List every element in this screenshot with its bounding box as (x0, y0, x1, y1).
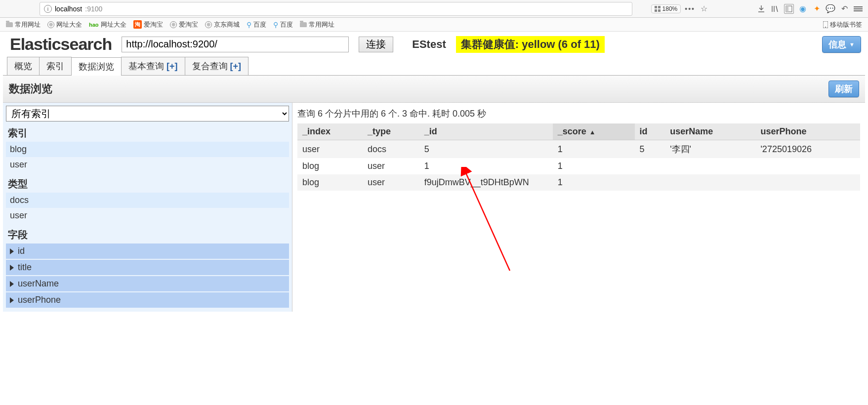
extension-icon-3[interactable]: 💬 (826, 4, 835, 14)
sort-asc-icon: ▲ (589, 128, 596, 136)
index-select[interactable]: 所有索引 (6, 106, 289, 122)
bookmark-item[interactable]: hao网址大全 (89, 20, 126, 29)
app-title: Elasticsearch (10, 35, 112, 54)
list-item[interactable]: title (6, 260, 289, 275)
query-summary: 查询 6 个分片中用的 6 个. 3 命中. 耗时 0.005 秒 (297, 106, 860, 123)
connection-url-input[interactable] (122, 37, 349, 52)
list-item[interactable]: id (6, 243, 289, 259)
tab-indices[interactable]: 索引 (39, 57, 72, 75)
table-row[interactable]: blog user 1 1 (297, 158, 860, 174)
folder-icon (6, 22, 13, 27)
svg-rect-2 (655, 9, 657, 12)
body: 所有索引 索引 blog user 类型 docs user 字段 id tit… (3, 103, 865, 312)
subheader: 数据浏览 刷新 (3, 76, 865, 103)
refresh-button[interactable]: 刷新 (828, 81, 859, 97)
extension-icon-4[interactable]: ↶ (839, 4, 849, 14)
list-item[interactable]: docs (6, 193, 289, 208)
col-username[interactable]: userName (665, 123, 755, 140)
app: Elasticsearch 连接 EStest 集群健康值: yellow (6… (0, 32, 868, 312)
url-port: :9100 (85, 5, 102, 13)
svg-rect-3 (658, 9, 661, 12)
caret-down-icon: ▼ (849, 41, 855, 47)
mobile-bookmarks[interactable]: 移动版书签 (823, 20, 862, 29)
extension-icon-2[interactable]: ✦ (812, 4, 822, 14)
page-title: 数据浏览 (9, 81, 52, 96)
chevron-right-icon (10, 297, 14, 303)
bookmark-item[interactable]: 淘爱淘宝 (133, 20, 163, 29)
bookmark-item[interactable]: ⊕网址大全 (47, 20, 82, 29)
fields-list: id title userName userPhone (6, 243, 289, 308)
zoom-value: 180% (662, 5, 678, 12)
cluster-name: EStest (412, 38, 446, 51)
indices-list: blog user (6, 142, 289, 172)
tabs: 概览 索引 数据浏览 基本查询 [+] 复合查询 [+] (3, 57, 865, 76)
col-id-field[interactable]: id (635, 123, 665, 140)
chevron-right-icon (10, 248, 14, 254)
hao-icon: hao (89, 22, 99, 28)
bookmark-item[interactable]: 常用网址 (6, 20, 41, 29)
section-indices-header: 索引 (6, 122, 289, 142)
table-row[interactable]: user docs 5 1 5 '李四' '2725019026 (297, 140, 860, 159)
col-score[interactable]: _score▲ (553, 123, 635, 140)
bookmark-item[interactable]: ⊕爱淘宝 (170, 20, 198, 29)
browser-toolbar: i localhost:9100 180% ••• ☆ ◉ ✦ 💬 ↶ (0, 0, 868, 18)
col-index[interactable]: _index (297, 123, 363, 140)
cluster-health: 集群健康值: yellow (6 of 11) (456, 36, 605, 53)
bookmark-star-icon[interactable]: ☆ (699, 4, 709, 14)
col-id[interactable]: _id (419, 123, 553, 140)
bookmark-item[interactable]: ⚲百度 (247, 20, 266, 29)
list-item[interactable]: user (6, 208, 289, 223)
url-host: localhost (55, 5, 82, 13)
svg-rect-0 (655, 6, 657, 8)
list-item[interactable]: userPhone (6, 292, 289, 308)
site-info-icon[interactable]: i (44, 5, 52, 13)
tab-basic-query[interactable]: 基本查询 [+] (121, 57, 185, 75)
bookmark-item[interactable]: ⊕京东商城 (205, 20, 240, 29)
info-menu: 信息▼ (822, 36, 861, 53)
library-icon[interactable] (770, 4, 780, 14)
sidebar-icon[interactable] (784, 4, 794, 14)
results-table: _index _type _id _score▲ id userName use… (297, 123, 860, 191)
globe-icon: ⊕ (170, 21, 177, 28)
paw-icon: ⚲ (273, 21, 278, 29)
page-actions-icon[interactable]: ••• (685, 5, 695, 13)
tab-compound-query[interactable]: 复合查询 [+] (185, 57, 249, 75)
svg-point-7 (825, 27, 826, 28)
connect-button[interactable]: 连接 (359, 37, 393, 52)
col-type[interactable]: _type (363, 123, 419, 140)
list-item[interactable]: userName (6, 276, 289, 291)
info-button[interactable]: 信息▼ (822, 36, 861, 53)
list-item[interactable]: blog (6, 142, 289, 157)
col-userphone[interactable]: userPhone (755, 123, 860, 140)
types-list: docs user (6, 193, 289, 223)
svg-rect-1 (658, 6, 661, 8)
table-row[interactable]: blog user f9ujDmwBV__t9DHtBpWN 1 (297, 174, 860, 191)
right-panel: 查询 6 个分片中用的 6 个. 3 命中. 耗时 0.005 秒 _index… (292, 103, 865, 194)
phone-icon (823, 21, 828, 28)
section-fields-header: 字段 (6, 223, 289, 243)
paw-icon: ⚲ (247, 21, 251, 29)
address-bar[interactable]: i localhost:9100 (40, 2, 632, 16)
tao-icon: 淘 (133, 20, 142, 29)
bookmarks-left: 常用网址 ⊕网址大全 hao网址大全 淘爱淘宝 ⊕爱淘宝 ⊕京东商城 ⚲百度 ⚲… (6, 20, 334, 29)
list-item[interactable]: user (6, 157, 289, 172)
tab-browser[interactable]: 数据浏览 (71, 57, 122, 76)
chevron-right-icon (10, 281, 14, 287)
bookmarks-bar: 常用网址 ⊕网址大全 hao网址大全 淘爱淘宝 ⊕爱淘宝 ⊕京东商城 ⚲百度 ⚲… (0, 18, 868, 32)
table-header-row: _index _type _id _score▲ id userName use… (297, 123, 860, 140)
extension-icon-1[interactable]: ◉ (798, 4, 808, 14)
globe-icon: ⊕ (47, 21, 54, 28)
folder-icon (300, 22, 307, 27)
zoom-badge[interactable]: 180% (651, 4, 681, 13)
bookmark-item[interactable]: ⚲百度 (273, 20, 293, 29)
left-panel: 所有索引 索引 blog user 类型 docs user 字段 id tit… (3, 103, 292, 312)
bookmark-item[interactable]: 常用网址 (300, 20, 334, 29)
app-header: Elasticsearch 连接 EStest 集群健康值: yellow (6… (3, 32, 865, 57)
toolbar-right: 180% ••• ☆ ◉ ✦ 💬 ↶ (651, 4, 863, 14)
svg-rect-5 (786, 6, 788, 12)
globe-icon: ⊕ (205, 21, 212, 28)
tab-overview[interactable]: 概览 (7, 57, 40, 75)
download-icon[interactable] (756, 4, 766, 14)
section-types-header: 类型 (6, 172, 289, 193)
menu-icon[interactable] (853, 4, 863, 14)
